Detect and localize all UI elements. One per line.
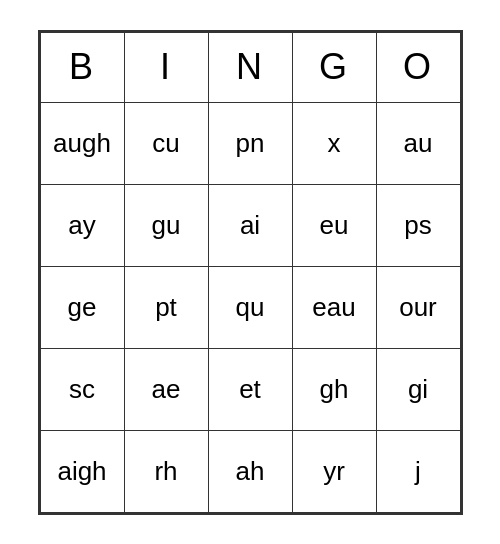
cell-r4-c0: aigh [40, 430, 124, 512]
table-row: geptqueauour [40, 266, 460, 348]
cell-r4-c3: yr [292, 430, 376, 512]
cell-r1-c0: ay [40, 184, 124, 266]
cell-r2-c0: ge [40, 266, 124, 348]
cell-r3-c4: gi [376, 348, 460, 430]
header-row: BINGO [40, 32, 460, 102]
cell-r0-c1: cu [124, 102, 208, 184]
cell-r3-c2: et [208, 348, 292, 430]
cell-r2-c2: qu [208, 266, 292, 348]
header-cell-g: G [292, 32, 376, 102]
cell-r2-c1: pt [124, 266, 208, 348]
cell-r1-c4: ps [376, 184, 460, 266]
table-row: scaeetghgi [40, 348, 460, 430]
bingo-table: BINGO aughcupnxauayguaieupsgeptqueauours… [40, 32, 461, 513]
header-cell-o: O [376, 32, 460, 102]
cell-r0-c3: x [292, 102, 376, 184]
cell-r0-c0: augh [40, 102, 124, 184]
bingo-card: BINGO aughcupnxauayguaieupsgeptqueauours… [38, 30, 463, 515]
cell-r4-c4: j [376, 430, 460, 512]
cell-r3-c3: gh [292, 348, 376, 430]
cell-r0-c2: pn [208, 102, 292, 184]
header-cell-n: N [208, 32, 292, 102]
cell-r3-c0: sc [40, 348, 124, 430]
table-row: ayguaieups [40, 184, 460, 266]
table-row: aughcupnxau [40, 102, 460, 184]
cell-r0-c4: au [376, 102, 460, 184]
header-cell-i: I [124, 32, 208, 102]
cell-r1-c3: eu [292, 184, 376, 266]
cell-r2-c3: eau [292, 266, 376, 348]
table-row: aighrhahyrj [40, 430, 460, 512]
cell-r1-c2: ai [208, 184, 292, 266]
cell-r4-c2: ah [208, 430, 292, 512]
cell-r1-c1: gu [124, 184, 208, 266]
cell-r2-c4: our [376, 266, 460, 348]
cell-r3-c1: ae [124, 348, 208, 430]
cell-r4-c1: rh [124, 430, 208, 512]
header-cell-b: B [40, 32, 124, 102]
